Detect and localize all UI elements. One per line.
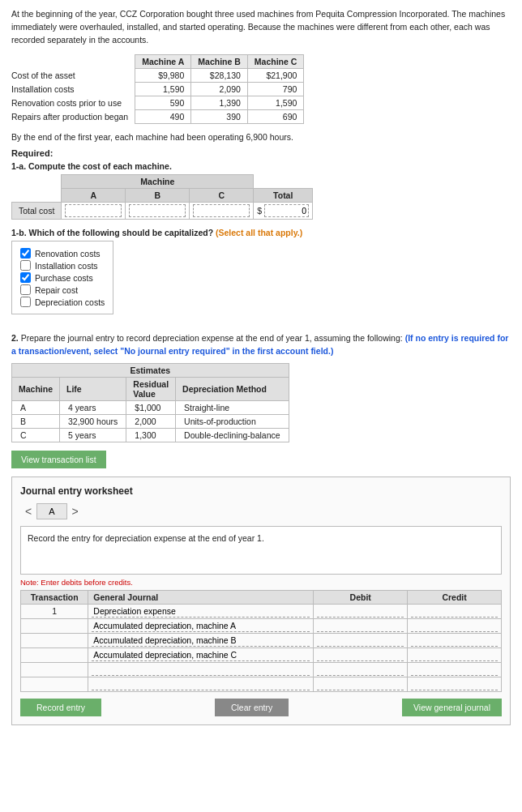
- est-row-b: B 32,900 hours 2,000 Units-of-production: [12, 414, 289, 428]
- nav-next-arrow[interactable]: >: [67, 505, 83, 518]
- total-cost-total-input[interactable]: [264, 204, 309, 217]
- est-col-machine: Machine: [12, 377, 60, 400]
- debit-input-5[interactable]: [317, 664, 404, 676]
- account-cell-2: [88, 618, 314, 633]
- checkbox-depreciation[interactable]: Depreciation costs: [20, 297, 105, 307]
- required-label: Required:: [11, 148, 511, 158]
- repair-checkbox[interactable]: [20, 284, 31, 295]
- table-row: Cost of the asset $9,980 $28,130 $21,900: [11, 69, 304, 83]
- col-credit: Credit: [408, 590, 502, 604]
- trans-num-4: [21, 647, 88, 662]
- purchase-label: Purchase costs: [35, 273, 93, 283]
- est-col-life: Life: [60, 377, 126, 400]
- renovation-label: Renovation costs: [35, 249, 101, 259]
- tab-a-button[interactable]: A: [36, 503, 66, 519]
- account-input-4[interactable]: [92, 649, 310, 661]
- purchase-checkbox[interactable]: [20, 272, 31, 283]
- trans-num-2: [21, 618, 88, 633]
- debit-input-1[interactable]: [317, 605, 404, 618]
- credit-input-5[interactable]: [411, 664, 498, 676]
- installation-checkbox[interactable]: [20, 260, 31, 271]
- repair-label: Repair cost: [35, 285, 78, 295]
- q2-header: 2. Prepare the journal entry to record d…: [11, 332, 511, 358]
- nav-prev-arrow[interactable]: <: [20, 505, 36, 518]
- checkbox-repair[interactable]: Repair cost: [20, 284, 105, 295]
- col-general-journal: General Journal: [88, 590, 314, 604]
- cost-data-table: Machine A Machine B Machine C Cost of th…: [11, 54, 304, 124]
- journal-row-5: [21, 662, 502, 677]
- view-transaction-button[interactable]: View transaction list: [11, 451, 106, 468]
- credit-input-6[interactable]: [411, 678, 498, 690]
- credit-input-1[interactable]: [411, 605, 498, 618]
- account-input-2[interactable]: [92, 620, 310, 632]
- credit-input-2[interactable]: [411, 620, 498, 632]
- total-cost-row: Total cost $: [12, 203, 313, 220]
- credit-input-3[interactable]: [411, 635, 498, 647]
- note-text: Note: Enter debits before credits.: [20, 578, 502, 587]
- intro-text: At the beginning of the year, CCZ Corpor…: [11, 8, 511, 46]
- machine-colspan-header: Machine: [62, 175, 254, 189]
- machine-col-b: B: [126, 189, 190, 203]
- est-col-residual: ResidualValue: [126, 377, 176, 400]
- machine-col-c: C: [190, 189, 254, 203]
- journal-row-6: [21, 677, 502, 691]
- account-input-1[interactable]: [92, 605, 310, 618]
- checkbox-purchase[interactable]: Purchase costs: [20, 272, 105, 283]
- bottom-buttons: Record entry Clear entry View general jo…: [20, 699, 502, 716]
- col-transaction: Transaction: [21, 590, 88, 604]
- instruction-text: Record the entry for depreciation expens…: [28, 533, 264, 543]
- checkbox-installation[interactable]: Installation costs: [20, 260, 105, 271]
- renovation-checkbox[interactable]: [20, 248, 31, 259]
- trans-num-1: 1: [21, 604, 88, 618]
- journal-row-2: [21, 618, 502, 633]
- account-cell-1: [88, 604, 314, 618]
- view-general-journal-button[interactable]: View general journal: [402, 699, 502, 716]
- debit-input-4[interactable]: [317, 649, 404, 661]
- col-debit: Debit: [314, 590, 408, 604]
- trans-num-6: [21, 677, 88, 691]
- est-row-a: A 4 years $1,000 Straight-line: [12, 400, 289, 414]
- debit-input-3[interactable]: [317, 635, 404, 647]
- clear-entry-button[interactable]: Clear entry: [215, 699, 289, 716]
- operating-hours-text: By the end of the first year, each machi…: [11, 132, 511, 142]
- trans-num-3: [21, 633, 88, 647]
- account-cell-4: [88, 647, 314, 662]
- journal-entry-table: Transaction General Journal Debit Credit…: [20, 590, 502, 692]
- q1b-label: 1-b. Which of the following should be ca…: [11, 228, 511, 237]
- record-entry-button[interactable]: Record entry: [20, 699, 101, 716]
- account-input-5[interactable]: [92, 664, 310, 676]
- table-row: Repairs after production began 490 390 6…: [11, 110, 304, 124]
- est-col-method: Depreciation Method: [176, 377, 289, 400]
- total-prefix: $: [257, 206, 262, 216]
- debit-input-6[interactable]: [317, 678, 404, 690]
- estimates-header: Estimates: [12, 363, 289, 377]
- checkbox-renovation[interactable]: Renovation costs: [20, 248, 105, 259]
- account-input-3[interactable]: [92, 635, 310, 647]
- total-cost-c-input[interactable]: [193, 204, 250, 217]
- depreciation-label: Depreciation costs: [35, 297, 105, 307]
- col-header-a: Machine A: [135, 55, 191, 69]
- account-cell-3: [88, 633, 314, 647]
- journal-worksheet: Journal entry worksheet < A > Record the…: [11, 477, 511, 725]
- checkbox-section: Renovation costs Installation costs Purc…: [11, 241, 113, 314]
- machine-col-total: Total: [254, 189, 313, 203]
- journal-row-1: 1: [21, 604, 502, 618]
- estimates-table: Estimates Machine Life ResidualValue Dep…: [11, 363, 289, 442]
- journal-worksheet-title: Journal entry worksheet: [20, 485, 502, 497]
- est-row-c: C 5 years 1,300 Double-declining-balance: [12, 428, 289, 442]
- trans-num-5: [21, 662, 88, 677]
- instruction-box: Record the entry for depreciation expens…: [20, 526, 502, 575]
- depreciation-checkbox[interactable]: [20, 297, 31, 307]
- table-row: Renovation costs prior to use 590 1,390 …: [11, 96, 304, 110]
- debit-input-2[interactable]: [317, 620, 404, 632]
- q1a-label: 1-a. Compute the cost of each machine.: [11, 161, 511, 171]
- table-row: Installation costs 1,590 2,090 790: [11, 83, 304, 96]
- total-cost-a-input[interactable]: [65, 204, 122, 217]
- credit-input-4[interactable]: [411, 649, 498, 661]
- journal-row-3: [21, 633, 502, 647]
- machine-cost-table: Machine A B C Total Total cost $: [11, 174, 313, 220]
- installation-label: Installation costs: [35, 261, 98, 271]
- account-input-6[interactable]: [92, 678, 310, 690]
- total-cost-b-input[interactable]: [129, 204, 186, 217]
- machine-col-a: A: [62, 189, 126, 203]
